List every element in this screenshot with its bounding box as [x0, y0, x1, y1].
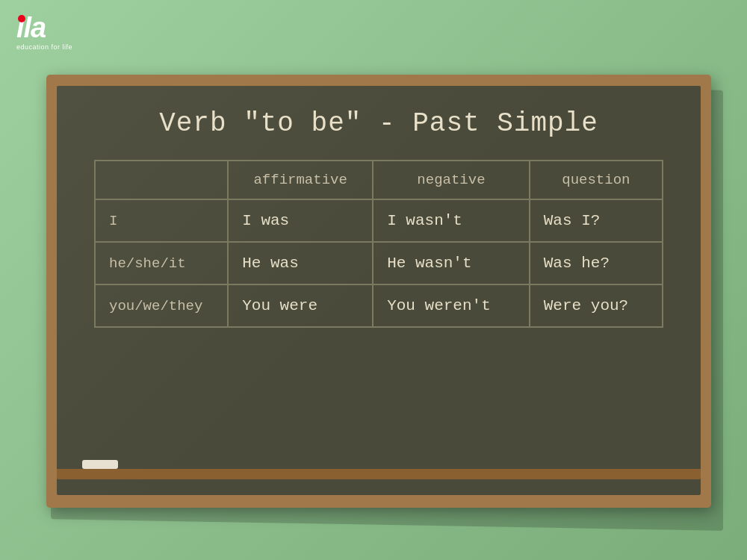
board-title: Verb "to be" - Past Simple — [94, 108, 663, 139]
board-content: Verb "to be" - Past Simple affirmative n… — [57, 86, 701, 495]
subject-i: I — [95, 199, 228, 242]
subject-he: he/she/it — [95, 242, 228, 284]
header-negative: negative — [373, 161, 530, 199]
verb-table: affirmative negative question I I was I … — [94, 160, 663, 328]
negative-you: You weren't — [373, 284, 530, 327]
negative-he: He wasn't — [373, 242, 530, 284]
subject-you: you/we/they — [95, 284, 228, 327]
logo-tagline: education for life — [16, 43, 72, 51]
logo-dot — [18, 15, 25, 22]
affirmative-he: He was — [228, 242, 373, 284]
question-i: Was I? — [530, 199, 663, 242]
table-row: you/we/they You were You weren't Were yo… — [95, 284, 663, 327]
negative-i: I wasn't — [373, 199, 530, 242]
table-row: I I was I wasn't Was I? — [95, 199, 663, 242]
logo: ila education for life — [16, 13, 72, 51]
header-empty — [95, 161, 228, 199]
table-row: he/she/it He was He wasn't Was he? — [95, 242, 663, 284]
header-question: question — [530, 161, 663, 199]
affirmative-i: I was — [228, 199, 373, 242]
table-header-row: affirmative negative question — [95, 161, 663, 199]
header-affirmative: affirmative — [228, 161, 373, 199]
question-he: Was he? — [530, 242, 663, 284]
question-you: Were you? — [530, 284, 663, 327]
affirmative-you: You were — [228, 284, 373, 327]
